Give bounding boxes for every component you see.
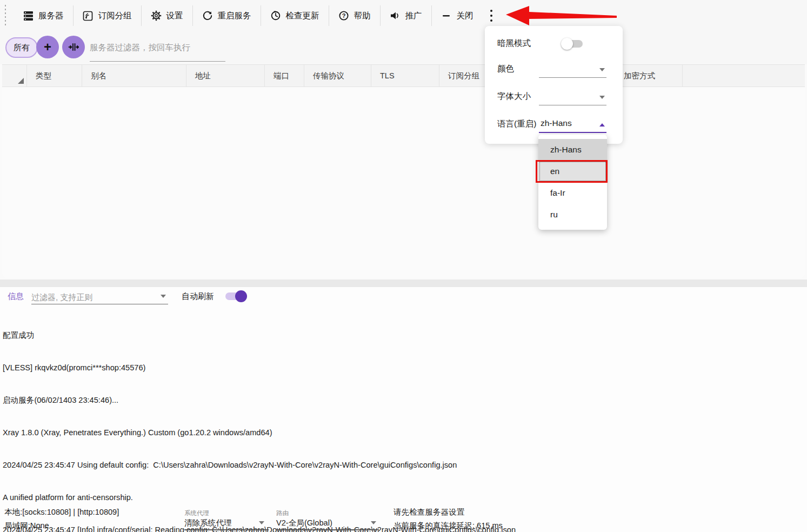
log-line: Xray 1.8.0 (Xray, Penetrates Everything.… (3, 427, 516, 438)
servers-button-label: 服务器 (38, 10, 64, 22)
promote-icon (390, 10, 401, 21)
column-header-address[interactable]: 地址 (186, 65, 265, 87)
dark-mode-label: 暗黑模式 (497, 38, 531, 49)
subscription-group-button[interactable]: 订阅分组 (74, 0, 141, 31)
log-line: [VLESS] rkqvkz0d(promci***shop:45576) (3, 362, 516, 373)
column-header-tls[interactable]: TLS (371, 65, 439, 87)
routing-underline (276, 529, 379, 530)
font-size-select-underline[interactable] (539, 105, 606, 105)
status-latency: 当前服务的真连接延迟: 615 ms (394, 521, 503, 531)
language-caret-up-icon[interactable] (599, 123, 605, 127)
language-option-zh-hans[interactable]: zh-Hans (538, 139, 607, 161)
dark-mode-toggle-knob (561, 38, 573, 50)
color-caret-icon[interactable] (599, 68, 605, 71)
restart-service-icon (202, 10, 213, 21)
minimize-icon (441, 10, 452, 21)
check-update-button[interactable]: 检查更新 (261, 0, 329, 31)
promote-button[interactable]: 推广 (381, 0, 431, 31)
font-size-label: 字体大小 (497, 91, 531, 102)
help-button[interactable]: ? 帮助 (329, 0, 380, 31)
svg-text:?: ? (342, 12, 345, 19)
server-filter-input[interactable] (90, 40, 225, 55)
system-proxy-select[interactable]: 清除系统代理 (184, 518, 232, 528)
language-option-en[interactable]: en (538, 161, 607, 182)
promote-button-label: 推广 (405, 10, 422, 22)
help-button-label: 帮助 (354, 10, 371, 22)
routing-caret-icon[interactable] (371, 521, 376, 524)
routing-select[interactable]: V2-全局(Global) (276, 518, 332, 528)
close-button[interactable]: 关闭 (432, 0, 483, 31)
check-update-icon (270, 10, 281, 21)
auto-refresh-toggle-knob (235, 290, 247, 302)
select-all-corner-icon (18, 78, 24, 84)
group-all-button[interactable]: 所有 (5, 37, 38, 58)
info-panel-title: 信息 (8, 291, 24, 302)
main-toolbar: 服务器 订阅分组 (0, 0, 807, 31)
language-option-ru[interactable]: ru (538, 204, 607, 225)
adjust-columns-icon (68, 42, 79, 52)
status-local-ports: 本地:[socks:10808] | [http:10809] (4, 507, 119, 517)
restart-service-button-label: 重启服务 (218, 10, 251, 22)
status-lan: 局域网:None (4, 521, 49, 531)
help-icon: ? (338, 10, 349, 21)
language-select-underline (539, 132, 606, 133)
log-filter-underline (31, 304, 168, 304)
settings-button[interactable]: 设置 (142, 0, 192, 31)
server-filter-underline (90, 61, 225, 62)
log-line: A unified platform for anti-censorship. (3, 492, 516, 503)
language-select[interactable]: zh-Hans (541, 118, 572, 128)
add-server-button[interactable]: + (36, 36, 59, 58)
settings-dropdown-panel: 暗黑模式 颜色 字体大小 语言(重启) zh-Hans (485, 26, 623, 144)
column-header-port[interactable]: 端口 (265, 65, 304, 87)
column-header-encryption[interactable]: 加密方式 (615, 65, 683, 87)
info-log-panel: 信息 自动刷新 配置成功 [VLESS] rkqvkz0d(promci***s… (0, 287, 807, 532)
server-table: 类型 别名 地址 端口 传输协议 TLS 订阅分组 加密方式 (2, 64, 805, 278)
column-header-transport[interactable]: 传输协议 (304, 65, 371, 87)
servers-icon (23, 10, 34, 21)
status-server-hint: 请先检查服务器设置 (394, 507, 464, 517)
auto-refresh-toggle[interactable] (225, 291, 246, 302)
auto-refresh-label: 自动刷新 (182, 291, 214, 302)
log-line: 2024/04/25 23:45:47 Using default config… (3, 460, 516, 470)
gear-icon (151, 10, 162, 21)
servers-button[interactable]: 服务器 (14, 0, 73, 31)
column-header-alias[interactable]: 别名 (82, 65, 186, 87)
system-proxy-underline (184, 529, 269, 530)
language-option-fa-ir[interactable]: fa-Ir (538, 182, 607, 204)
language-options-list: zh-Hans en fa-Ir ru (538, 135, 607, 230)
dark-mode-toggle[interactable] (562, 38, 584, 50)
server-table-header: 类型 别名 地址 端口 传输协议 TLS 订阅分组 加密方式 (2, 64, 805, 87)
server-filter-bar: 所有 + (0, 31, 807, 64)
close-button-label: 关闭 (457, 10, 473, 22)
language-label: 语言(重启) (497, 118, 536, 130)
subscription-group-button-label: 订阅分组 (98, 10, 132, 22)
log-output: 配置成功 [VLESS] rkqvkz0d(promci***shop:4557… (3, 308, 516, 532)
log-line: 配置成功 (3, 330, 516, 341)
settings-button-label: 设置 (166, 10, 183, 22)
toolbar-gripper[interactable] (5, 5, 6, 26)
select-all-header-cell[interactable] (2, 65, 27, 87)
routing-label: 路由 (276, 509, 289, 517)
system-proxy-label: 系统代理 (184, 509, 209, 517)
more-options-kebab-button[interactable] (485, 5, 498, 26)
check-update-button-label: 检查更新 (286, 10, 319, 22)
font-size-caret-icon[interactable] (599, 96, 605, 99)
log-filter-caret-icon[interactable] (161, 295, 166, 298)
log-line: 启动服务(06/02/1403 23:45:46)... (3, 395, 516, 405)
horizontal-splitter[interactable] (0, 280, 807, 287)
subscription-group-icon (83, 10, 94, 21)
restart-service-button[interactable]: 重启服务 (193, 0, 261, 31)
color-label: 颜色 (497, 63, 514, 75)
color-select-underline[interactable] (539, 77, 606, 78)
system-proxy-caret-icon[interactable] (259, 521, 264, 524)
column-header-filler (683, 65, 805, 87)
column-header-type[interactable]: 类型 (27, 65, 82, 87)
column-adjust-button[interactable] (62, 36, 85, 58)
log-filter-input[interactable] (31, 290, 156, 303)
